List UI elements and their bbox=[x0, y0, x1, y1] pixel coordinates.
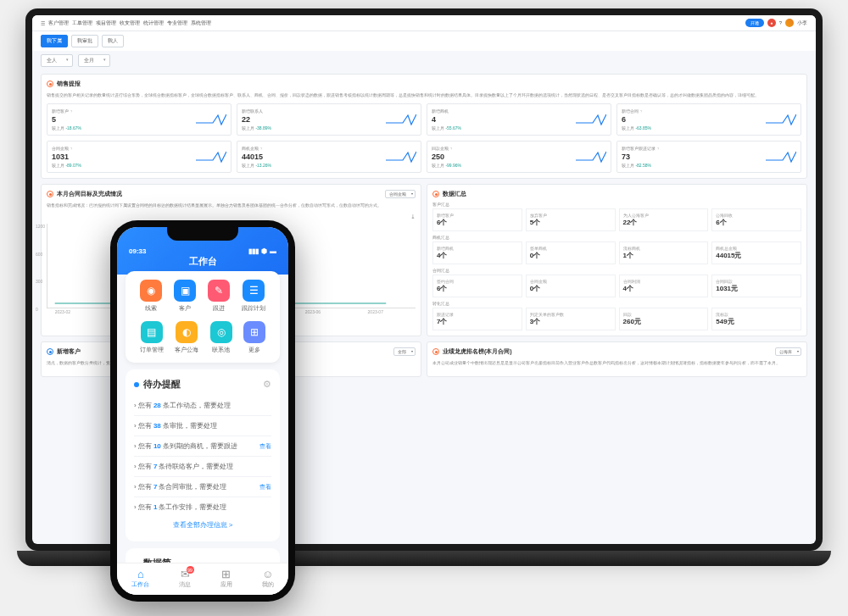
info-icon[interactable]: ? bbox=[657, 147, 659, 151]
kpi-card[interactable]: 回款金额 ? 250 较上月 -99.96% bbox=[427, 141, 611, 173]
app-icon-客户[interactable]: ▣客户 bbox=[174, 280, 196, 313]
summary-cell[interactable]: 为人公海客户22个 bbox=[619, 208, 709, 231]
summary-cell[interactable]: 合同金额0个 bbox=[526, 275, 616, 297]
summary-cell[interactable]: 流标款549元 bbox=[711, 308, 801, 330]
app-icon-跟进[interactable]: ✎跟进 bbox=[208, 280, 230, 313]
tab-subordinates[interactable]: 我下属 bbox=[41, 35, 68, 47]
summary-cell[interactable]: 合同利润4个 bbox=[619, 275, 709, 297]
panel-title: 本月合同目标及完成情况 bbox=[57, 190, 122, 198]
info-icon[interactable]: ? bbox=[70, 109, 72, 114]
sparkline bbox=[386, 113, 416, 126]
top-navigation: ☰ 客户管理 工单管理 项目管理 收支管理 统计管理 专业管理 系统管理 开通 … bbox=[32, 15, 816, 31]
app-label: 订单管理 bbox=[140, 346, 164, 354]
kpi-card[interactable]: 商机金额 ? 44015 较上月 -13.26% bbox=[237, 141, 421, 173]
app-icon-客户公海[interactable]: ◐客户公海 bbox=[175, 321, 198, 354]
tab-approval[interactable]: 我审批 bbox=[71, 35, 98, 47]
kpi-card[interactable]: 新增合同 ? 6 较上月 -63.85% bbox=[616, 103, 801, 136]
todo-count: 1 bbox=[153, 503, 157, 511]
todo-item[interactable]: › 您有38条审批，需要处理 bbox=[134, 416, 271, 436]
nav-item[interactable]: 收支管理 bbox=[120, 19, 140, 27]
summary-cell[interactable]: 合同回款1031元 bbox=[711, 275, 801, 297]
summary-cell[interactable]: 签约合同6个 bbox=[432, 275, 522, 297]
tab-我的[interactable]: ☺我的 bbox=[262, 568, 274, 589]
download-icon[interactable]: ⤓ bbox=[410, 214, 416, 220]
cell-value: 6个 bbox=[716, 218, 797, 227]
客户-icon: ▣ bbox=[174, 280, 196, 302]
y-axis-label: 1200 bbox=[36, 224, 45, 229]
upgrade-pill[interactable]: 开通 bbox=[745, 19, 764, 27]
app-icon-联系池[interactable]: ◎联系池 bbox=[210, 321, 232, 354]
nav-item[interactable]: 项目管理 bbox=[96, 19, 116, 27]
summary-cell[interactable]: 公海回收6个 bbox=[711, 208, 801, 231]
phone-notch bbox=[167, 227, 238, 241]
dot-icon bbox=[134, 382, 139, 387]
view-more-link[interactable]: 查看全部办理信息 > bbox=[134, 517, 271, 533]
todo-item[interactable]: › 您有28条工作动态，需要处理 bbox=[134, 396, 271, 416]
summary-cell[interactable]: 新增商机4个 bbox=[432, 241, 522, 264]
summary-cell[interactable]: 新增客户6个 bbox=[432, 208, 522, 231]
summary-group-header: 合同汇总 bbox=[432, 268, 801, 273]
panel-desc: 销售指标和完成情况：已填报的统计同下属设置合同绝的目标达的数据统计结果显展展示。… bbox=[47, 202, 416, 208]
summary-cell[interactable]: 跟进记录7个 bbox=[432, 308, 522, 330]
app-icon-更多[interactable]: ⊞更多 bbox=[243, 321, 265, 354]
kpi-card[interactable]: 新增客户跟进记录 ? 73 较上月 -82.58% bbox=[616, 141, 801, 173]
tab-消息[interactable]: ✉99消息 bbox=[179, 568, 191, 589]
todo-item[interactable]: › 您有1条工作安排，需要处理 bbox=[134, 497, 271, 517]
period-select[interactable]: 全月 bbox=[78, 54, 110, 67]
menu-icon[interactable]: ☰ bbox=[41, 20, 45, 26]
todo-section: 待办提醒⚙ › 您有28条工作动态，需要处理› 您有38条审批，需要处理› 您有… bbox=[126, 369, 280, 541]
help-icon[interactable]: ? bbox=[779, 20, 782, 25]
app-icon-订单管理[interactable]: ▤订单管理 bbox=[140, 321, 164, 354]
info-icon[interactable]: ? bbox=[640, 109, 642, 114]
nav-item[interactable]: 系统管理 bbox=[191, 19, 211, 27]
nav-item[interactable]: 客户管理 bbox=[48, 19, 69, 27]
summary-cell[interactable]: 流标商机1个 bbox=[619, 241, 709, 264]
summary-cell[interactable]: 签单商机0个 bbox=[526, 241, 616, 264]
info-icon[interactable]: ? bbox=[260, 147, 262, 151]
跟进-icon: ✎ bbox=[208, 280, 230, 302]
nav-item[interactable]: 专业管理 bbox=[167, 19, 187, 27]
sparkline bbox=[766, 113, 796, 126]
tab-工作台[interactable]: ⌂工作台 bbox=[131, 568, 149, 589]
scope-select[interactable]: 全人 bbox=[41, 54, 73, 67]
cell-value: 6个 bbox=[437, 284, 518, 293]
cell-value: 1个 bbox=[623, 251, 705, 260]
summary-cell[interactable]: 判定关单的客户数3个 bbox=[526, 308, 616, 330]
y-axis-label: 600 bbox=[36, 252, 42, 257]
todo-action[interactable]: 查看 bbox=[259, 442, 271, 451]
trend-select[interactable]: 全部 bbox=[393, 347, 416, 356]
nav-item[interactable]: 工单管理 bbox=[72, 19, 92, 27]
notif-icon[interactable]: ● bbox=[767, 19, 776, 27]
线索-icon: ◉ bbox=[140, 280, 162, 302]
info-icon[interactable]: ? bbox=[70, 147, 72, 151]
app-icon-跟踪计划[interactable]: ☰跟踪计划 bbox=[242, 280, 265, 313]
todo-action[interactable]: 查看 bbox=[259, 483, 271, 491]
tab-应用[interactable]: ⊞应用 bbox=[220, 568, 232, 589]
kpi-card[interactable]: 新增商机 4 较上月 -55.67% bbox=[427, 103, 611, 136]
kpi-card[interactable]: 新增联系人 22 较上月 -38.89% bbox=[237, 103, 421, 136]
cell-value: 6个 bbox=[437, 218, 518, 227]
panel-title: 数据汇总 bbox=[443, 190, 466, 198]
gear-icon[interactable]: ⚙ bbox=[263, 379, 271, 390]
summary-panel: 数据汇总 客户汇总新增客户6个放弃客户5个为人公海客户22个公海回收6个商机汇总… bbox=[427, 184, 807, 336]
summary-cell[interactable]: 放弃客户5个 bbox=[526, 208, 616, 231]
todo-item[interactable]: › 您有7条合同审批，需要处理查看 bbox=[134, 477, 271, 497]
cell-value: 5个 bbox=[530, 218, 611, 227]
kpi-card[interactable]: 合同金额 ? 1031 较上月 -89.07% bbox=[47, 141, 232, 173]
app-icon-线索[interactable]: ◉线索 bbox=[140, 280, 162, 313]
metric-select[interactable]: 合同金额 bbox=[385, 190, 416, 198]
todo-item[interactable]: › 您有10条到期的商机，需要跟进查看 bbox=[134, 436, 271, 457]
phone-title: 工作台 bbox=[117, 255, 288, 268]
summary-cell[interactable]: 回款260元 bbox=[619, 308, 709, 330]
rank-select[interactable]: 公海库 bbox=[775, 347, 801, 356]
kpi-card[interactable]: 新增客户 ? 5 较上月 -18.67% bbox=[47, 103, 232, 136]
summary-cell[interactable]: 商机总金额44015元 bbox=[711, 241, 801, 264]
nav-item[interactable]: 统计管理 bbox=[143, 19, 164, 27]
info-icon[interactable]: ? bbox=[450, 147, 452, 151]
avatar[interactable] bbox=[785, 19, 794, 27]
tab-mine[interactable]: 我人 bbox=[102, 35, 124, 47]
todo-item[interactable]: › 您有7条待联络客户，需要处理 bbox=[134, 457, 271, 477]
cell-value: 22个 bbox=[623, 218, 705, 227]
panel-title: 新增客户 bbox=[57, 347, 81, 356]
x-axis-label: 2023-06 bbox=[305, 309, 321, 314]
